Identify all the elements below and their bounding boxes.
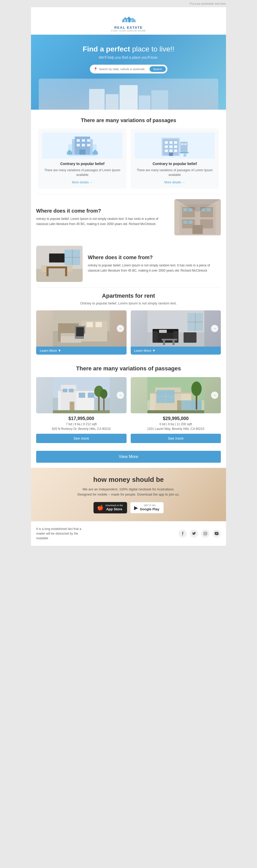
svg-rect-105 xyxy=(181,400,201,411)
svg-rect-77 xyxy=(163,340,165,345)
svg-rect-63 xyxy=(76,327,84,336)
social-icons xyxy=(179,529,221,538)
hero-section: Find a perfect place to live!! We'll hel… xyxy=(31,35,226,110)
properties-row: → $17,995,000 7 bd | 9 ba | 9 212 sqft 8… xyxy=(36,377,221,443)
view-more-button[interactable]: View More xyxy=(36,451,221,463)
properties-section: There are many variations of passages xyxy=(31,360,226,448)
svg-rect-20 xyxy=(174,145,177,148)
search-button[interactable]: Search xyxy=(150,66,166,72)
svg-rect-67 xyxy=(96,322,102,327)
cta-heading: how money should be xyxy=(39,476,218,484)
svg-rect-106 xyxy=(177,400,181,411)
svg-rect-26 xyxy=(181,143,183,145)
apt-1-learn-more[interactable]: Learn More ▼ xyxy=(36,347,126,354)
location-pin-icon: 📍 xyxy=(94,67,98,71)
svg-rect-49 xyxy=(44,267,70,269)
svg-rect-22 xyxy=(170,150,173,152)
app-store-text: Download on the App Store xyxy=(106,504,123,511)
svg-rect-18 xyxy=(165,145,168,148)
property-card-1: → $17,995,000 7 bd | 9 ba | 9 212 sqft 8… xyxy=(36,377,126,443)
svg-rect-87 xyxy=(63,389,67,392)
svg-rect-16 xyxy=(170,141,173,144)
prop-1-price: $17,995,000 xyxy=(36,416,126,421)
search-input[interactable] xyxy=(99,67,150,71)
app-buttons: 🍎 Download on the App Store ▶ GET IT ON … xyxy=(39,502,218,514)
svg-rect-53 xyxy=(67,266,72,272)
cta-section: how money should be We are an independen… xyxy=(31,468,226,521)
svg-rect-9 xyxy=(77,144,80,146)
prop-1-see-more[interactable]: See more xyxy=(36,434,126,443)
feature-2-text: Where does it come from? ontrary to popu… xyxy=(88,254,221,273)
svg-rect-65 xyxy=(96,334,105,340)
hero-building-image xyxy=(39,79,218,110)
svg-rect-19 xyxy=(170,145,173,148)
svg-rect-34 xyxy=(183,208,187,211)
feature-2-heading: Where does it come from? xyxy=(88,254,221,260)
prop-2-address: 1201 Laurel Way, Beverly Hills, CA 90210 xyxy=(131,427,221,431)
svg-rect-2 xyxy=(131,20,132,22)
feature-1-image xyxy=(174,199,221,235)
hero-title-rest: place to live!! xyxy=(130,45,174,53)
prop-2-details: 6 bd | 9 ba | 11 200 sqft xyxy=(131,422,221,426)
prop-2-arrow[interactable]: → xyxy=(211,392,218,399)
apt-1-image: → xyxy=(36,310,126,347)
svg-rect-28 xyxy=(180,152,189,153)
footer-text: It is a long established fact that a rea… xyxy=(36,527,88,540)
svg-rect-75 xyxy=(159,330,167,333)
cards-row: Contrary to popular belief There are man… xyxy=(31,128,226,194)
svg-rect-110 xyxy=(204,532,207,535)
card-2-image xyxy=(135,133,215,159)
svg-rect-91 xyxy=(70,402,74,411)
svg-rect-52 xyxy=(41,266,46,272)
svg-rect-27 xyxy=(184,143,186,145)
app-store-button[interactable]: 🍎 Download on the App Store xyxy=(94,502,127,514)
card-2-link[interactable]: More details → xyxy=(164,181,185,184)
svg-rect-11 xyxy=(87,144,90,146)
svg-rect-15 xyxy=(165,141,168,144)
feature-2-image xyxy=(36,246,83,282)
svg-rect-23 xyxy=(174,150,177,152)
apartments-subtitle: Ontrary to popular belief, Lorem Ipsum i… xyxy=(36,301,221,305)
prop-2-see-more[interactable]: See more xyxy=(131,434,221,443)
feature-2-section: Where does it come from? ontrary to popu… xyxy=(31,241,226,287)
facebook-icon[interactable] xyxy=(179,529,187,538)
svg-point-29 xyxy=(183,154,186,157)
search-bar[interactable]: 📍 Search xyxy=(90,65,168,73)
card-1: Contrary to popular belief There are man… xyxy=(38,128,126,189)
youtube-icon[interactable] xyxy=(213,529,221,538)
svg-rect-37 xyxy=(207,208,211,211)
svg-rect-76 xyxy=(161,339,177,340)
svg-rect-107 xyxy=(147,410,204,413)
google-play-button[interactable]: ▶ GET IT ON Google Play xyxy=(130,502,164,514)
hero-subtitle: We'll help you find a place you'll love. xyxy=(39,55,218,60)
instagram-icon[interactable] xyxy=(201,529,210,538)
svg-rect-64 xyxy=(84,334,93,340)
property-card-2: → $29,995,000 6 bd | 9 ba | 11 200 sqft … xyxy=(131,377,221,443)
card-1-body: There are many variations of passages of… xyxy=(42,168,122,177)
properties-heading: There are many variations of passages xyxy=(36,365,221,372)
footer: It is a long established fact that a rea… xyxy=(31,521,226,546)
svg-rect-1 xyxy=(127,19,128,22)
prop-1-image: → xyxy=(36,377,126,413)
prop-1-details: 7 bd | 9 ba | 9 212 sqft xyxy=(36,422,126,426)
svg-rect-12 xyxy=(79,150,85,155)
svg-rect-8 xyxy=(87,139,90,142)
logo-icon xyxy=(120,12,138,25)
apt-2-arrow[interactable]: → xyxy=(211,325,218,332)
svg-rect-21 xyxy=(165,150,168,152)
svg-rect-41 xyxy=(189,221,192,224)
apt-2-learn-more[interactable]: Learn More ▼ xyxy=(131,347,221,354)
svg-rect-90 xyxy=(88,393,94,398)
feature-1-section: Where does it come from? ontrary to popu… xyxy=(31,194,226,241)
view-more-section: View More xyxy=(31,448,226,468)
svg-rect-51 xyxy=(65,269,67,276)
prop-1-arrow[interactable]: → xyxy=(117,392,124,399)
card-1-link[interactable]: More details → xyxy=(72,181,93,184)
logo-title: REAL ESTATE xyxy=(31,26,226,30)
card-2-body: There are many variations of passages of… xyxy=(135,168,215,177)
card-2-title: Contrary to popular belief xyxy=(135,162,215,166)
apt-1-arrow[interactable]: → xyxy=(117,325,124,332)
svg-rect-24 xyxy=(169,153,173,156)
svg-rect-0 xyxy=(124,20,126,22)
twitter-icon[interactable] xyxy=(190,529,198,538)
